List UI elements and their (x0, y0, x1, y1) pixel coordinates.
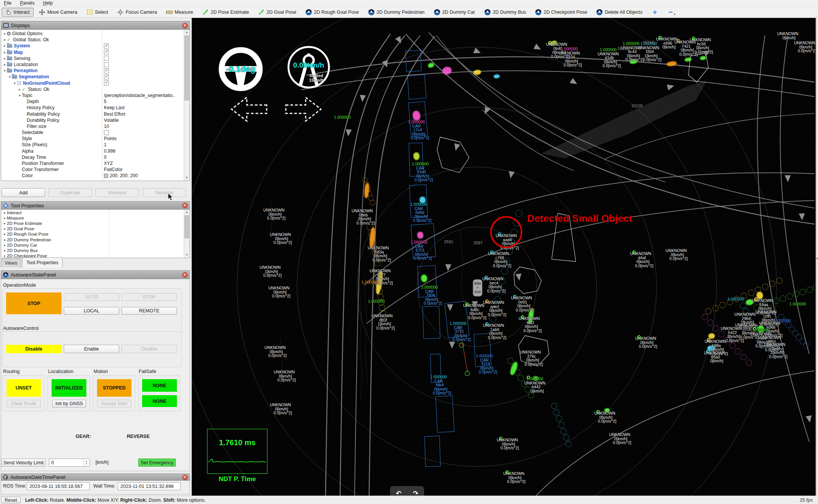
tree-row-map[interactable]: ▸Map (1, 49, 183, 55)
tree-row-reliability-policy[interactable]: Reliability PolicyBest Effort (1, 111, 183, 117)
expander-icon[interactable]: ▾ (13, 81, 17, 85)
toolbar-button-2d-rough-goal-pose[interactable]: 2D Rough Goal Pose (301, 8, 363, 17)
collapse-arrow-icon[interactable]: ◂ (816, 257, 818, 260)
tree-row-sensing[interactable]: ▸Sensing (1, 55, 183, 61)
expander-icon[interactable]: ▸ (18, 87, 22, 91)
remote-button[interactable]: REMOTE (121, 307, 177, 315)
tool-property-2d-dummy-pedestrian[interactable]: ▸2D Dummy Pedestrian (1, 237, 183, 242)
spinner-arrows-icon[interactable]: ▲▼ (83, 459, 89, 466)
tree-row-value[interactable] (103, 55, 109, 61)
checkbox-unchecked[interactable] (104, 130, 109, 135)
tree-row-value[interactable] (103, 74, 109, 80)
tree-row-value[interactable] (103, 80, 109, 86)
tree-row-color-transformer[interactable]: Color TransformerFlatColor (1, 166, 183, 173)
tool-property-2d-dummy-bus[interactable]: ▸2D Dummy Bus (1, 248, 183, 253)
menu-panels[interactable]: Panels (20, 0, 34, 6)
tree-row-decay-time[interactable]: Decay Time0 (1, 154, 183, 160)
expander-icon[interactable]: ▸ (3, 63, 7, 66)
tree-row-value[interactable] (103, 61, 109, 68)
toolbar-button-delete-all-objects[interactable]: Delete All Objects (593, 8, 646, 17)
tree-row-segmentation[interactable]: ▾Segmentation (1, 74, 183, 80)
tree-row-nogroundpointcloud[interactable]: ▾NoGroundPointCloud (1, 80, 183, 86)
toolbar-button-2d-pose-estimate[interactable]: 2D Pose Estimate (199, 8, 253, 17)
toolbar-button-minus[interactable]: − (664, 8, 678, 17)
tree-row-selectable[interactable]: Selectable (1, 129, 183, 136)
datetime-close-icon[interactable]: ✕ (182, 475, 188, 480)
tree-row-value[interactable] (103, 49, 109, 55)
tree-row-value[interactable]: Keep Last (103, 105, 125, 111)
init-by-gnss-button[interactable]: Init by GNSS (52, 400, 86, 407)
displays-panel-header[interactable]: Displays ✕ (1, 21, 190, 30)
tree-row-value[interactable]: 1 (103, 142, 107, 148)
tree-row-localization[interactable]: ▸Localization (1, 61, 183, 68)
toolbar-button-2d-dummy-bus[interactable]: 2D Dummy Bus (480, 8, 530, 17)
send-velocity-limit-button[interactable]: Send Velocity Limit (2, 459, 45, 467)
toolbar-button-interact[interactable]: Interact (2, 8, 34, 17)
expander-icon[interactable]: ▸ (3, 44, 7, 48)
rotate-right-button[interactable]: ↷ (413, 489, 418, 496)
tree-row-system[interactable]: ▸System (1, 43, 183, 49)
expander-icon[interactable]: ▾ (8, 75, 12, 79)
expander-icon[interactable]: ▸ (3, 221, 7, 225)
tree-row-value[interactable] (103, 68, 109, 74)
tree-row-color[interactable]: Color200; 200; 200 (1, 173, 183, 179)
toolbar-button-move-camera[interactable]: Move Camera (35, 8, 81, 17)
displays-scrollbar[interactable]: ▲ ▼ (184, 30, 190, 181)
tree-row-value[interactable]: Points (103, 136, 117, 142)
splitter-handle[interactable]: ····· (89, 469, 98, 473)
toolbar-button-select[interactable]: Select (83, 8, 112, 17)
wall-time-field[interactable]: 2023-11-01 13:51:32.696 (118, 482, 181, 490)
tree-row-value[interactable] (103, 43, 109, 49)
tool-property-2d-goal-pose[interactable]: ▸2D Goal Pose (1, 226, 183, 231)
tree-row-perception[interactable]: ▾Perception (1, 68, 183, 74)
checkbox-unchecked[interactable] (104, 62, 109, 67)
tree-row-topic[interactable]: ▾Topic/perception/obstacle_segmentatio.. (1, 92, 183, 99)
scroll-up-icon[interactable]: ▲ (184, 210, 190, 215)
scroll-down-icon[interactable]: ▼ (184, 175, 190, 181)
toolbar-button-2d-dummy-car[interactable]: 2D Dummy Car (430, 8, 479, 17)
scroll-up-icon[interactable]: ▲ (184, 30, 190, 35)
tree-row-status-ok[interactable]: ▸✓Status: Ok (1, 86, 183, 92)
checkbox-checked[interactable] (104, 68, 109, 73)
tool-properties-scrollbar-thumb[interactable] (185, 215, 189, 238)
checkbox-unchecked[interactable] (104, 56, 109, 61)
tree-row-value[interactable]: 10 (103, 123, 109, 129)
tree-row-size-pixels[interactable]: Size (Pixels)1 (1, 142, 183, 148)
add-button[interactable]: Add (2, 188, 45, 197)
rotate-left-button[interactable]: ↶ (396, 489, 401, 496)
expander-icon[interactable]: ▸ (3, 57, 7, 60)
tool-property-measure[interactable]: ▸Measure (1, 215, 183, 221)
toolbar-button-measure[interactable]: Measure (162, 8, 197, 17)
expander-icon[interactable]: ▸ (3, 238, 7, 242)
expander-icon[interactable]: ▸ (3, 38, 7, 42)
expander-icon[interactable]: ▸ (3, 216, 7, 220)
toolbar-button-2d-dummy-pedestrian[interactable]: 2D Dummy Pedestrian (364, 8, 429, 17)
tool-properties-scrollbar[interactable]: ▲ ▼ (184, 210, 190, 258)
menu-help[interactable]: Help (43, 0, 53, 6)
tree-row-value[interactable]: /perception/obstacle_segmentatio.. (103, 92, 175, 99)
expander-icon[interactable]: ▾ (3, 69, 7, 73)
expander-icon[interactable]: ▸ (3, 254, 7, 258)
menu-file[interactable]: File (4, 0, 11, 6)
tree-row-depth[interactable]: Depth5 (1, 99, 183, 105)
expander-icon[interactable]: ▸ (3, 243, 7, 247)
tree-row-filter-size[interactable]: Filter size10 (1, 123, 183, 129)
tab-tool-properties[interactable]: Tool Properties (22, 257, 63, 268)
tree-row-value[interactable]: XYZ (103, 160, 113, 166)
tree-row-value[interactable]: 5 (103, 99, 107, 105)
tree-row-value[interactable]: 0 (103, 154, 107, 160)
3d-viewport[interactable]: UNKNOWN0b400[km/h]0.0[m/s^2]1.000000UNKN… (192, 18, 815, 496)
tree-row-value[interactable] (103, 129, 109, 136)
expander-icon[interactable]: ▸ (3, 50, 7, 54)
tool-property-2d-pose-estimate[interactable]: ▸2D Pose Estimate (1, 221, 183, 226)
tree-row-global-options[interactable]: ▸Global Options (1, 31, 183, 37)
expander-icon[interactable]: ▾ (18, 94, 22, 97)
toolbar-button-focus-camera[interactable]: Focus Camera (113, 8, 161, 17)
tool-property-2d-dummy-car[interactable]: ▸2D Dummy Car (1, 242, 183, 248)
tool-properties-close-icon[interactable]: ✕ (182, 203, 188, 208)
local-button[interactable]: LOCAL (64, 307, 119, 315)
tool-property-2d-rough-goal-pose[interactable]: ▸2D Rough Goal Pose (1, 231, 183, 237)
expander-icon[interactable]: ▸ (3, 232, 7, 236)
tree-row-value[interactable]: FlatColor (103, 166, 123, 173)
tab-views[interactable]: Views (1, 258, 21, 267)
